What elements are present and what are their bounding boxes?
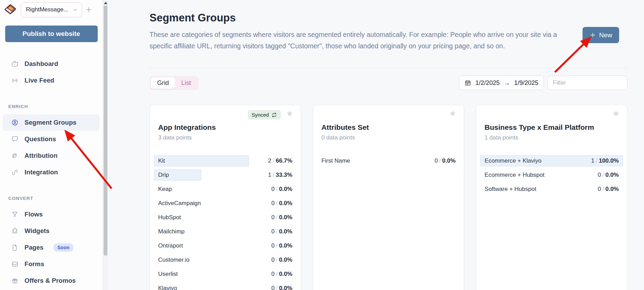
row-value: 0/0.0% — [271, 214, 297, 221]
vertical-scrollbar[interactable] — [103, 0, 108, 290]
sidebar-item-segment-groups[interactable]: Segment Groups — [3, 114, 100, 131]
sidebar-item-label: Widgets — [25, 227, 49, 235]
table-row[interactable]: Ecommerce + Hubspot 0/0.0% — [480, 170, 623, 181]
table-row[interactable]: ActiveCampaign 0/0.0% — [154, 198, 297, 209]
inbox-tray-icon — [11, 260, 19, 268]
scroll-up-arrow[interactable] — [104, 2, 107, 4]
sidebar-item-label: Integration — [25, 168, 58, 176]
sidebar-item-forms[interactable]: Forms — [3, 256, 100, 272]
row-value: 2/66.7% — [268, 157, 296, 164]
star-icon[interactable] — [449, 109, 457, 118]
row-separator: / — [275, 186, 279, 192]
sidebar-item-widgets[interactable]: Widgets — [3, 223, 100, 239]
row-value: 0/0.0% — [271, 242, 297, 249]
sidebar-item-questions[interactable]: Questions — [3, 131, 100, 147]
row-percent: 0.0% — [279, 271, 292, 277]
gift-icon — [11, 277, 19, 284]
card-attributes-set[interactable]: Attributes Set 0 data points First Name … — [313, 105, 464, 290]
synced-badge: Synced — [248, 110, 281, 119]
row-label: HubSpot — [154, 214, 181, 221]
workspace-selector[interactable]: RightMessage... — [21, 2, 82, 17]
row-percent: 100.0% — [599, 157, 619, 164]
table-row[interactable]: Userlist 0/0.0% — [154, 269, 297, 280]
row-count: 1 — [268, 172, 271, 178]
row-separator: / — [275, 271, 279, 277]
list-view-button[interactable]: List — [175, 77, 197, 89]
row-count: 2 — [268, 157, 271, 164]
table-row[interactable]: HubSpot 0/0.0% — [154, 212, 297, 223]
row-separator: / — [271, 157, 276, 164]
card-title: Attributes Set — [321, 123, 456, 132]
sidebar-item-attribution[interactable]: Attribution — [3, 147, 100, 164]
page-icon — [11, 244, 19, 251]
sidebar-item-dashboard[interactable]: Dashboard — [3, 56, 100, 72]
sidebar-item-live-feed[interactable]: Live Feed — [3, 72, 100, 89]
card-app-integrations[interactable]: Synced App Integrations 3 data points Ki… — [150, 105, 301, 290]
sidebar-item-flows[interactable]: Flows — [3, 206, 100, 223]
row-separator: / — [275, 285, 279, 290]
row-percent: 0.0% — [279, 285, 292, 290]
table-row[interactable]: Drip 1/33.3% — [154, 170, 297, 181]
row-label: Mailchimp — [154, 228, 185, 235]
sidebar-item-label: Questions — [25, 135, 56, 143]
table-row[interactable]: Customer.io 0/0.0% — [154, 254, 297, 265]
sidebar-item-integration[interactable]: Integration — [3, 164, 100, 181]
row-value: 1/33.3% — [268, 172, 296, 178]
soon-badge: Soon — [54, 243, 73, 252]
sidebar-item-offers-promos[interactable]: Offers & Promos — [3, 272, 100, 289]
row-count: 0 — [271, 214, 275, 221]
main-content: Segment Groups These are categories of s… — [108, 0, 644, 290]
table-row[interactable]: Kit 2/66.7% — [154, 155, 297, 166]
sidebar-section-convert: CONVERT — [8, 196, 103, 201]
grid-view-button[interactable]: Grid — [151, 77, 175, 89]
table-row[interactable]: First Name 0/0.0% — [317, 155, 460, 166]
add-workspace-icon[interactable] — [85, 6, 93, 13]
sidebar-item-label: Offers & Promos — [25, 277, 76, 284]
table-row[interactable]: Ontraport 0/0.0% — [154, 240, 297, 251]
table-row[interactable]: Ecommerce + Klaviyo 1/100.0% — [480, 155, 623, 166]
row-value: 0/0.0% — [271, 271, 297, 278]
sidebar-item-label: Pages — [25, 244, 44, 251]
row-separator: / — [601, 172, 606, 178]
row-value: 0/0.0% — [271, 186, 297, 193]
scrollbar-thumb[interactable] — [104, 6, 107, 255]
workspace-topbar: RightMessage... — [0, 0, 103, 17]
row-label: Userlist — [154, 271, 178, 278]
date-range-picker[interactable]: 1/2/2025 → 1/9/2025 — [459, 76, 544, 90]
sidebar-item-label: Forms — [25, 260, 44, 268]
new-button[interactable]: New — [583, 27, 619, 43]
row-value: 1/100.0% — [591, 157, 623, 164]
filter-input[interactable] — [547, 76, 627, 90]
star-icon[interactable] — [612, 109, 620, 118]
row-separator: / — [271, 172, 276, 178]
row-bar — [154, 155, 249, 166]
row-percent: 0.0% — [605, 172, 619, 178]
card-rows: Ecommerce + Klaviyo 1/100.0% Ecommerce +… — [480, 155, 623, 195]
row-value: 0/0.0% — [271, 285, 297, 290]
star-icon[interactable] — [286, 109, 294, 118]
sidebar-item-label: Segment Groups — [25, 119, 76, 126]
table-row[interactable]: Klaviyo 0/0.0% — [154, 283, 297, 290]
sync-icon — [271, 112, 277, 118]
new-button-label: New — [599, 31, 612, 39]
publish-to-website-button[interactable]: Publish to website — [5, 26, 98, 42]
row-separator: / — [275, 257, 279, 263]
sidebar-item-label: Dashboard — [25, 60, 58, 68]
table-row[interactable]: Software + Hubspot 0/0.0% — [480, 184, 623, 195]
card-business-type-email-platform[interactable]: Business Type x Email Platform 1 data po… — [476, 105, 627, 290]
user-circle-icon — [11, 119, 19, 126]
row-percent: 0.0% — [442, 157, 456, 164]
table-row[interactable]: Mailchimp 0/0.0% — [154, 226, 297, 237]
row-label: Ecommerce + Hubspot — [480, 172, 544, 178]
card-subtitle: 0 data points — [321, 134, 456, 141]
row-label: Kit — [154, 157, 165, 164]
table-row[interactable]: Keap 0/0.0% — [154, 184, 297, 195]
sidebar-section-enrich: ENRICH — [8, 104, 103, 109]
row-separator: / — [601, 186, 606, 192]
segment-group-cards: Synced App Integrations 3 data points Ki… — [150, 105, 627, 290]
sidebar-item-pages[interactable]: Pages Soon — [3, 239, 100, 256]
toolbar: Grid List 1/2/2025 → 1/9/2025 — [150, 76, 627, 90]
row-label: ActiveCampaign — [154, 200, 201, 207]
row-count: 0 — [598, 186, 601, 192]
card-title: Business Type x Email Platform — [484, 123, 619, 132]
